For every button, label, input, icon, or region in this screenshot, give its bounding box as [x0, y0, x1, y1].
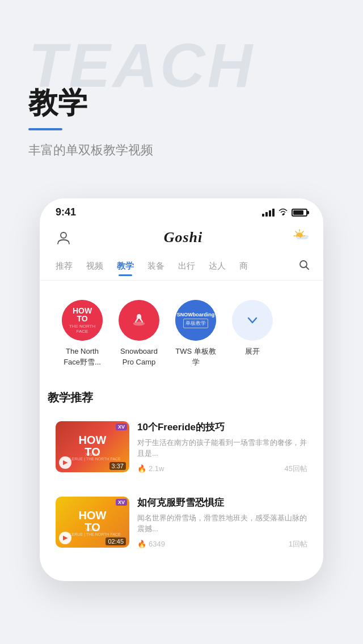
video-info-2: 如何克服野雪恐惧症 闻名世界的滑雪场，滑雪胜地班夫，感受落基山脉的震撼... 🔥…	[137, 497, 307, 549]
video-thumb-1: HOW TO XAVIERDELERUE | THE NORTH FACE XV…	[56, 421, 129, 472]
search-icon[interactable]	[294, 255, 314, 278]
recommend-section: 教学推荐 HOW TO XAVIERDELERUE | THE NORTH FA…	[40, 379, 323, 557]
tab-recommend[interactable]: 推荐	[49, 256, 79, 276]
status-time: 9:41	[56, 206, 76, 218]
video-card-1[interactable]: HOW TO XAVIERDELERUE | THE NORTH FACE XV…	[48, 413, 315, 482]
video-meta-1: 🔥 2.1w 45回帖	[137, 464, 307, 474]
category-item-expand[interactable]: 展开	[227, 300, 278, 357]
phone-mockup: 9:41	[40, 198, 323, 581]
hero-underline	[28, 128, 62, 130]
video-comments-2: 1回帖	[289, 539, 307, 549]
avatar-icon[interactable]	[53, 227, 74, 248]
app-header: Goshi	[40, 222, 323, 252]
category-item-snowboard[interactable]: SnowboardPro Camp	[113, 300, 164, 367]
battery-icon	[292, 209, 307, 217]
recommend-title: 教学推荐	[48, 390, 315, 405]
tws-label: TWS 单板教学	[175, 346, 216, 367]
fire-icon-1: 🔥	[137, 464, 146, 473]
snowboard-icon	[119, 300, 159, 341]
hero-section: TEACH 教学 丰富的单双板教学视频	[0, 0, 363, 181]
category-item-northface[interactable]: HOWTO THE NORTH FACE The NorthFace野雪...	[57, 300, 108, 367]
status-bar: 9:41	[40, 198, 323, 222]
phone-wrapper: 9:41	[0, 198, 363, 581]
tab-video[interactable]: 视频	[79, 256, 110, 276]
video-comments-1: 45回帖	[285, 464, 307, 474]
snowboard-label: SnowboardPro Camp	[120, 346, 158, 367]
xv-badge-1: XV	[116, 423, 127, 430]
video-info-1: 10个Freeride的技巧 对于生活在南方的孩子能看到一场雪非常的奢侈，并且是…	[137, 421, 307, 474]
svg-point-1	[61, 232, 66, 238]
video-desc-2: 闻名世界的滑雪场，滑雪胜地班夫，感受落基山脉的震撼...	[137, 512, 307, 535]
category-list: HOWTO THE NORTH FACE The NorthFace野雪...	[57, 300, 306, 367]
tab-travel[interactable]: 出行	[171, 256, 202, 276]
svg-point-4	[126, 308, 151, 333]
nav-tabs: 推荐 视频 教学 装备 出行 达人 商	[40, 252, 323, 281]
svg-point-0	[282, 214, 284, 215]
play-button-1[interactable]: ▶	[59, 456, 71, 469]
weather-icon[interactable]	[293, 228, 310, 247]
video-title-1: 10个Freeride的技巧	[137, 421, 307, 434]
video-thumb-2: HOW TO XAVIERDELERUE | THE NORTH FACE XV…	[56, 497, 129, 548]
svg-point-5	[133, 322, 145, 326]
video-meta-2: 🔥 6349 1回帖	[137, 539, 307, 549]
video-card-2[interactable]: HOW TO XAVIERDELERUE | THE NORTH FACE XV…	[48, 489, 315, 557]
video-views-2: 🔥 6349	[137, 540, 165, 548]
play-button-2[interactable]: ▶	[59, 532, 71, 544]
category-section: HOWTO THE NORTH FACE The NorthFace野雪...	[48, 289, 315, 378]
xv-badge-2: XV	[116, 499, 127, 506]
tab-shop[interactable]: 商	[233, 256, 255, 276]
wifi-icon	[278, 207, 288, 218]
fire-icon-2: 🔥	[137, 540, 146, 548]
category-item-tws[interactable]: SNOWboarding 单板教学 TWS 单板教学	[170, 300, 221, 367]
tws-icon: SNOWboarding 单板教学	[175, 300, 216, 341]
signal-icon	[262, 209, 275, 217]
northface-label: The NorthFace野雪...	[64, 346, 101, 367]
duration-1: 3:37	[109, 462, 126, 470]
northface-icon: HOWTO THE NORTH FACE	[62, 300, 103, 341]
video-views-1: 🔥 2.1w	[137, 464, 164, 473]
app-logo: Goshi	[164, 229, 203, 246]
tab-teach[interactable]: 教学	[110, 256, 141, 276]
tab-expert[interactable]: 达人	[202, 256, 233, 276]
duration-2: 02:45	[105, 537, 126, 545]
tab-gear[interactable]: 装备	[141, 256, 171, 276]
expand-label: 展开	[245, 346, 260, 357]
hero-subtitle: 丰富的单双板教学视频	[28, 142, 335, 159]
status-icons	[262, 207, 307, 218]
video-desc-1: 对于生活在南方的孩子能看到一场雪非常的奢侈，并且是...	[137, 437, 307, 459]
video-title-2: 如何克服野雪恐惧症	[137, 497, 307, 509]
expand-icon	[232, 300, 273, 341]
